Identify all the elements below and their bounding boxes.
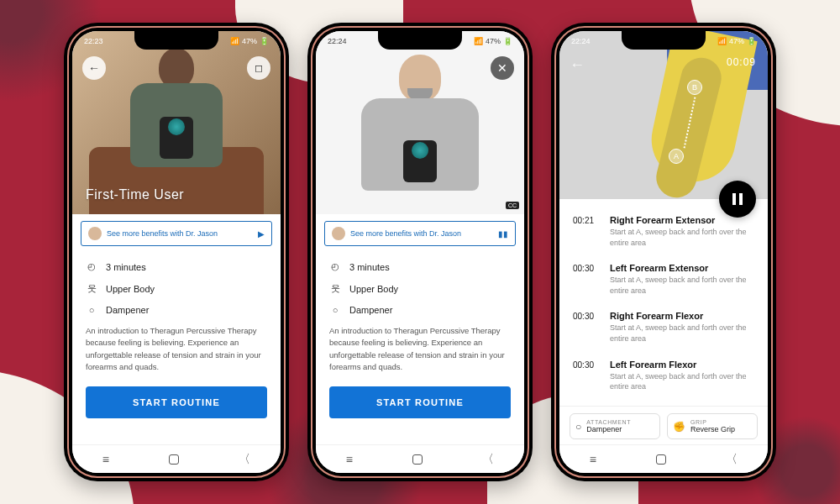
hero-figure-coach <box>361 55 479 191</box>
routine-meta: ◴3 minutes 웃Upper Body ○Dampener <box>72 249 281 320</box>
step-time: 00:30 <box>573 263 600 296</box>
avatar-dr-jason <box>332 227 345 240</box>
phone-notch <box>134 31 218 50</box>
routine-diagram: A B ← 00:09 <box>559 31 768 199</box>
hero-figure <box>130 48 223 167</box>
hero-image: ← ◻ First-Time User <box>72 31 281 214</box>
attachment-icon: ○ <box>575 421 581 433</box>
attachment-icon: ○ <box>329 305 341 315</box>
android-nav-bar: ≡ 〈 <box>559 444 768 473</box>
grip-icon: ✊ <box>673 421 685 433</box>
body-icon: 웃 <box>329 282 341 295</box>
screen-routine-detail: 22:23 📶 47% 🔋 ← ◻ First-Time User See mo… <box>72 31 281 473</box>
nav-home[interactable] <box>412 454 423 465</box>
status-battery: 📶 47% 🔋 <box>717 37 756 45</box>
step-sub: Start at A, sweep back and forth over th… <box>610 275 754 296</box>
theragun-device <box>160 117 193 159</box>
routine-description: An introduction to Theragun Percussive T… <box>72 320 281 378</box>
close-button[interactable]: ✕ <box>491 56 514 80</box>
clock-icon: ◴ <box>329 261 341 272</box>
chip-value: Reverse Grip <box>690 425 735 433</box>
step-title: Left Forearm Extensor <box>610 263 754 273</box>
nav-recents[interactable]: ≡ <box>102 453 109 466</box>
nav-recents[interactable]: ≡ <box>346 453 353 466</box>
chip-value: Dampener <box>586 425 631 433</box>
chip-attachment[interactable]: ○ ATTACHMENTDampener <box>570 413 660 439</box>
screen-active-routine: 22:24 📶 47% 🔋 A B ← 00:09 00:21 Right Fo… <box>559 31 768 473</box>
avatar-dr-jason <box>88 227 102 240</box>
step-sub: Start at A, sweep back and forth over th… <box>610 323 754 344</box>
play-icon[interactable]: ▶ <box>258 229 265 239</box>
nav-home[interactable] <box>169 454 179 465</box>
meta-target: 웃Upper Body <box>86 282 267 295</box>
benefits-text: See more benefits with Dr. Jason <box>107 229 253 238</box>
back-button[interactable]: ← <box>82 56 106 80</box>
screen-routine-video: 22:24 📶 47% 🔋 ✕ CC See more benefits wit… <box>316 31 524 473</box>
status-time: 22:24 <box>571 37 591 45</box>
nav-back[interactable]: 〈 <box>482 452 494 467</box>
chip-grip[interactable]: ✊ GRIPReverse Grip <box>667 413 758 439</box>
meta-duration: ◴3 minutes <box>329 261 511 272</box>
nav-back[interactable]: 〈 <box>239 452 250 467</box>
meta-attachment: ○Dampener <box>86 305 267 315</box>
android-nav-bar: ≡ 〈 <box>316 444 524 473</box>
start-routine-button[interactable]: START ROUTINE <box>86 386 267 418</box>
routine-description: An introduction to Theragun Percussive T… <box>316 320 524 378</box>
nav-home[interactable] <box>656 454 666 465</box>
back-button[interactable]: ← <box>570 56 585 74</box>
step-item[interactable]: 00:30 Right Forearm FlexorStart at A, sw… <box>559 303 768 351</box>
cc-badge[interactable]: CC <box>506 202 519 209</box>
status-time: 22:24 <box>328 37 347 45</box>
chip-label: ATTACHMENT <box>586 419 631 425</box>
routine-timer: 00:09 <box>727 56 756 68</box>
step-item[interactable]: 00:30 Left Forearm ExtensorStart at A, s… <box>559 255 768 303</box>
meta-target: 웃Upper Body <box>329 282 511 295</box>
bookmark-button[interactable]: ◻ <box>247 56 270 80</box>
phone-notch <box>378 31 462 50</box>
phone-mockup-1: 22:23 📶 47% 🔋 ← ◻ First-Time User See mo… <box>64 23 289 481</box>
nav-recents[interactable]: ≡ <box>590 453 596 466</box>
meta-duration: ◴3 minutes <box>86 261 267 272</box>
step-time: 00:30 <box>573 360 600 392</box>
back-arrow-icon: ← <box>570 56 585 73</box>
start-routine-button[interactable]: START ROUTINE <box>329 386 511 418</box>
routine-title: First-Time User <box>86 187 184 202</box>
bookmark-icon: ◻ <box>255 62 263 74</box>
benefits-banner[interactable]: See more benefits with Dr. Jason ▶ <box>81 221 272 246</box>
status-time: 22:23 <box>84 37 103 45</box>
pause-icon[interactable]: ▮▮ <box>498 229 508 239</box>
step-time: 00:21 <box>573 215 600 248</box>
close-icon: ✕ <box>497 61 507 75</box>
step-time: 00:30 <box>573 311 600 344</box>
benefits-text: See more benefits with Dr. Jason <box>350 229 493 238</box>
android-nav-bar: ≡ 〈 <box>72 444 281 473</box>
clock-icon: ◴ <box>86 261 97 272</box>
phone-mockup-3: 22:24 📶 47% 🔋 A B ← 00:09 00:21 Right Fo… <box>551 23 776 481</box>
step-title: Right Forearm Flexor <box>610 311 754 321</box>
step-sub: Start at A, sweep back and forth over th… <box>610 371 754 392</box>
benefits-banner[interactable]: See more benefits with Dr. Jason ▮▮ <box>324 221 516 246</box>
step-item[interactable]: 00:30 Left Forearm FlexorStart at A, swe… <box>559 352 768 400</box>
attachment-icon: ○ <box>86 305 97 315</box>
theragun-device <box>403 140 437 182</box>
phone-notch <box>622 31 706 50</box>
step-list[interactable]: 00:21 Right Forearm ExtensorStart at A, … <box>559 199 768 406</box>
status-battery: 📶 47% 🔋 <box>230 37 269 45</box>
step-sub: Start at A, sweep back and forth over th… <box>610 227 754 248</box>
routine-chips: ○ ATTACHMENTDampener ✊ GRIPReverse Grip <box>559 406 768 444</box>
step-item[interactable]: 00:30 Right Quad <box>559 400 768 406</box>
chip-label: GRIP <box>690 419 735 425</box>
pause-button[interactable] <box>719 181 756 218</box>
phone-mockup-2: 22:24 📶 47% 🔋 ✕ CC See more benefits wit… <box>307 23 533 481</box>
marker-b: B <box>687 80 702 95</box>
step-title: Left Forearm Flexor <box>610 360 754 370</box>
marker-a: A <box>669 149 684 164</box>
status-battery: 📶 47% 🔋 <box>474 37 512 45</box>
nav-back[interactable]: 〈 <box>726 452 738 467</box>
routine-meta: ◴3 minutes 웃Upper Body ○Dampener <box>316 249 524 320</box>
back-arrow-icon: ← <box>88 61 100 75</box>
meta-attachment: ○Dampener <box>329 305 511 315</box>
hero-video[interactable]: ✕ CC <box>316 31 524 214</box>
body-icon: 웃 <box>86 282 97 295</box>
